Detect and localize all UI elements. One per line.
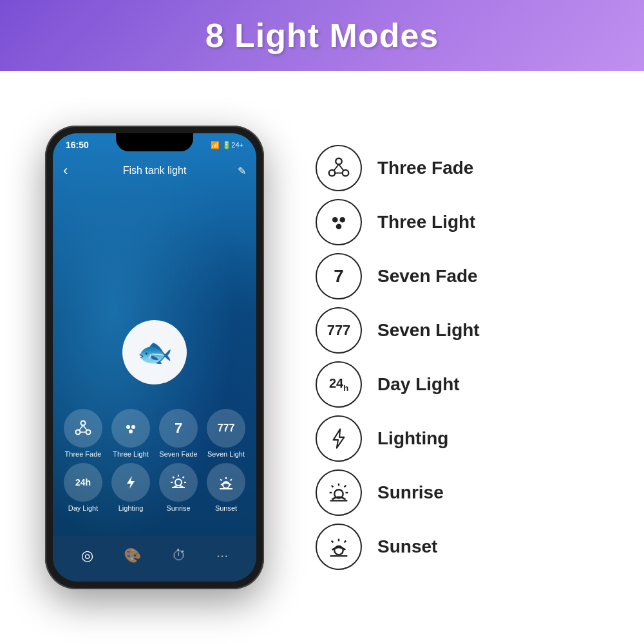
three-fade-label: Three Fade (65, 450, 102, 458)
mode-item-day-light: 24h Day Light (316, 361, 612, 408)
header: 8 Light Modes (0, 0, 644, 71)
mode-btn-lighting[interactable]: Lighting (111, 463, 150, 512)
sunset-name: Sunset (377, 536, 437, 557)
day-light-icon-circle: 24h (316, 361, 362, 408)
svg-line-41 (332, 541, 334, 543)
sunrise-circle (159, 463, 198, 502)
svg-line-11 (183, 477, 184, 478)
mode-btn-seven-light[interactable]: 777 Seven Light (207, 409, 245, 458)
svg-point-8 (129, 430, 133, 433)
three-light-circle (111, 409, 150, 448)
svg-line-3 (79, 426, 83, 431)
phone-mockup: 16:50 📶 🔋24+ ‹ Fish tank light ✎ (45, 126, 264, 589)
day-light-label: Day Light (68, 504, 98, 512)
sunset-icon-circle (316, 524, 362, 570)
three-fade-name: Three Fade (377, 158, 473, 178)
seven-fade-circle: 7 (159, 409, 198, 448)
lighting-icon-circle (316, 415, 362, 462)
mode-item-three-light: Three Light (316, 199, 612, 245)
svg-line-20 (220, 479, 222, 480)
svg-line-4 (83, 426, 87, 431)
lighting-label: Lighting (118, 504, 144, 512)
center-mode-icon[interactable]: 🐟 (122, 320, 187, 384)
seven-fade-label: Seven Fade (159, 450, 197, 458)
battery-icon: 🔋24+ (222, 141, 243, 149)
status-time: 16:50 (66, 140, 89, 150)
svg-point-28 (339, 217, 345, 223)
mode-btn-seven-fade[interactable]: 7 Seven Fade (159, 409, 198, 458)
seven-fade-icon-circle: 7 (316, 253, 362, 299)
svg-point-27 (332, 217, 338, 223)
three-light-icon-circle (316, 199, 362, 245)
svg-point-29 (336, 223, 342, 229)
phone-section: 16:50 📶 🔋24+ ‹ Fish tank light ✎ (19, 84, 290, 631)
svg-point-0 (81, 421, 86, 426)
center-icon-symbol: 🐟 (137, 336, 173, 369)
svg-point-7 (131, 425, 135, 429)
three-light-label: Three Light (113, 450, 149, 458)
svg-point-2 (86, 430, 91, 435)
three-fade-icon-circle (316, 145, 362, 191)
mode-item-lighting: Lighting (316, 415, 612, 462)
more-nav-icon[interactable]: ··· (216, 547, 228, 564)
svg-line-32 (345, 486, 346, 488)
page-title: 8 Light Modes (205, 16, 439, 55)
back-button[interactable]: ‹ (63, 162, 68, 179)
svg-line-33 (332, 486, 334, 488)
phone-notch (116, 133, 193, 151)
sunrise-icon-circle (316, 469, 362, 516)
sunrise-label: Sunrise (166, 504, 190, 512)
home-nav-icon[interactable]: ◎ (81, 547, 93, 564)
svg-line-24 (334, 164, 339, 171)
status-icons: 📶 🔋24+ (211, 141, 243, 149)
day-light-symbol: 24h (329, 377, 348, 392)
main-content: 16:50 📶 🔋24+ ‹ Fish tank light ✎ (0, 71, 644, 644)
screen-title: Fish tank light (123, 165, 187, 176)
day-light-circle: 24h (64, 463, 102, 502)
svg-point-21 (336, 158, 342, 165)
modes-list: Three Fade Three Light 7 Seven Fade 77 (303, 84, 625, 631)
seven-light-name: Seven Light (377, 320, 480, 341)
svg-point-6 (126, 425, 130, 429)
mode-item-seven-fade: 7 Seven Fade (316, 253, 612, 299)
three-light-name: Three Light (377, 212, 475, 232)
sunset-circle (207, 463, 245, 502)
seven-fade-symbol: 7 (334, 267, 344, 285)
mode-btn-three-fade[interactable]: Three Fade (64, 409, 102, 458)
mode-item-sunset: Sunset (316, 524, 612, 570)
mode-btn-day-light[interactable]: 24h Day Light (64, 463, 102, 512)
timer-nav-icon[interactable]: ⏱ (172, 547, 186, 564)
seven-light-circle: 777 (207, 409, 245, 448)
nav-bar: ‹ Fish tank light ✎ (53, 156, 256, 185)
seven-light-label: Seven Light (207, 450, 245, 458)
sunset-label: Sunset (215, 504, 237, 512)
mode-grid: Three Fade Three Li (53, 409, 256, 517)
mode-btn-sunrise[interactable]: Sunrise (159, 463, 198, 512)
phone-screen: 16:50 📶 🔋24+ ‹ Fish tank light ✎ (53, 133, 256, 582)
wifi-icon: 📶 (211, 141, 220, 149)
svg-line-25 (339, 164, 344, 171)
mode-btn-sunset[interactable]: Sunset (207, 463, 245, 512)
svg-point-9 (175, 479, 182, 486)
lighting-name: Lighting (377, 428, 448, 449)
seven-fade-name: Seven Fade (377, 266, 478, 287)
edit-button[interactable]: ✎ (238, 165, 246, 177)
svg-line-19 (231, 479, 232, 480)
svg-point-22 (329, 170, 336, 176)
three-fade-circle (64, 409, 102, 448)
mode-item-seven-light: 777 Seven Light (316, 307, 612, 354)
bottom-nav: ◎ 🎨 ⏱ ··· (53, 536, 256, 582)
mode-btn-three-light[interactable]: Three Light (111, 409, 150, 458)
seven-light-icon-circle: 777 (316, 307, 362, 354)
day-light-name: Day Light (377, 374, 460, 395)
mode-item-sunrise: Sunrise (316, 469, 612, 516)
svg-point-1 (76, 430, 80, 435)
seven-light-symbol: 777 (327, 323, 351, 337)
palette-nav-icon[interactable]: 🎨 (124, 547, 141, 564)
sunrise-name: Sunrise (377, 482, 444, 503)
mode-row-1: Three Fade Three Li (59, 409, 250, 458)
lighting-circle (111, 463, 150, 502)
svg-line-12 (173, 477, 174, 478)
mode-row-2: 24h Day Light Lighting (59, 463, 250, 512)
svg-line-40 (345, 541, 346, 543)
